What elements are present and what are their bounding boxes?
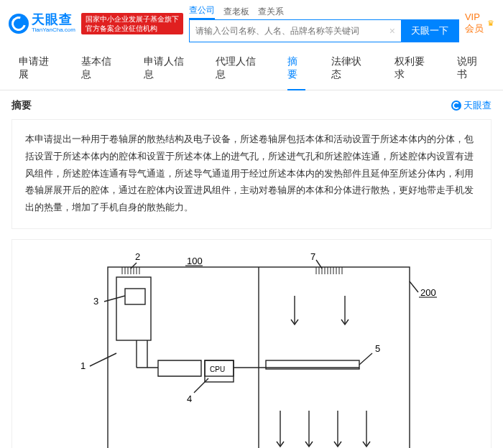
patent-figure: 2 3 1 4 5 7 8 100 200 CPU (11, 239, 492, 448)
abstract-text: 本申请提出一种用于卷轴屏的散热结构及电子设备，所述卷轴屏包括本体和活动设置于所述… (11, 119, 492, 229)
tab-progress[interactable]: 申请进展 (6, 47, 68, 90)
logo-eye-icon (9, 14, 29, 34)
logo-title: 天眼查 (32, 13, 75, 27)
watermark-eye-icon (451, 101, 461, 111)
svg-text:5: 5 (375, 343, 380, 354)
tab-claims[interactable]: 权利要求 (382, 47, 444, 90)
logo-subtitle: TianYanCha.com (32, 27, 75, 34)
search-input[interactable] (190, 20, 384, 42)
official-badge: 国家中小企业发展子基金旗下 官方备案企业征信机构 (81, 13, 183, 34)
svg-text:200: 200 (420, 287, 436, 298)
tab-legal-status[interactable]: 法律状态 (318, 47, 381, 90)
svg-line-53 (194, 378, 208, 393)
svg-text:7: 7 (310, 253, 315, 262)
tab-nav: 申请进展 基本信息 申请人信息 代理人信息 摘要 法律状态 权利要求 说明书 (0, 47, 503, 90)
tab-abstract[interactable]: 摘要 (274, 47, 319, 90)
search-box: × 天眼一下 (189, 19, 459, 42)
svg-text:CPU: CPU (210, 365, 225, 373)
svg-line-54 (359, 353, 372, 365)
site-logo[interactable]: 天眼查 TianYanCha.com (9, 13, 75, 34)
tab-agent[interactable]: 代理人信息 (203, 47, 274, 90)
search-tab-company[interactable]: 查公司 (189, 4, 215, 19)
search-tab-boss[interactable]: 查老板 (223, 6, 249, 19)
tab-basic-info[interactable]: 基本信息 (68, 47, 131, 90)
svg-rect-36 (116, 277, 151, 340)
section-title: 摘要 (11, 99, 32, 112)
tab-description[interactable]: 说明书 (444, 47, 497, 90)
svg-text:4: 4 (187, 393, 192, 404)
crown-icon: ♛ (487, 19, 494, 28)
vip-link[interactable]: VIP会员♛ (465, 11, 494, 35)
close-icon[interactable]: × (384, 20, 401, 42)
tab-applicant[interactable]: 申请人信息 (131, 47, 203, 90)
search-button[interactable]: 天眼一下 (401, 20, 458, 42)
search-tab-relation[interactable]: 查关系 (258, 6, 284, 19)
svg-line-52 (90, 353, 116, 366)
svg-rect-37 (125, 289, 145, 304)
svg-text:2: 2 (135, 253, 140, 262)
watermark-brand: 天眼查 (451, 99, 492, 112)
svg-text:1: 1 (80, 360, 86, 371)
svg-line-56 (410, 281, 418, 292)
svg-text:100: 100 (187, 256, 203, 266)
svg-text:3: 3 (93, 296, 98, 307)
